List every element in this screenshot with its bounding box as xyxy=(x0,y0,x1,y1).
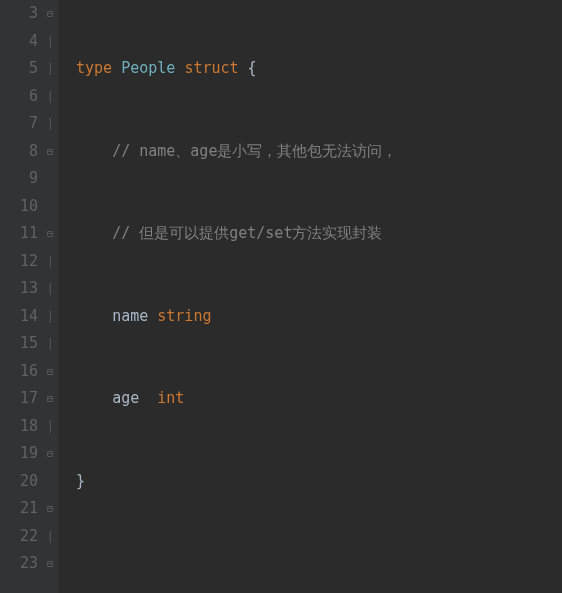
code-line: // name、age是小写，其他包无法访问， xyxy=(76,138,562,166)
fold-open-icon[interactable]: ⊟ xyxy=(44,220,56,248)
fold-guide-icon: │ xyxy=(44,28,56,56)
fold-guide-icon: │ xyxy=(44,303,56,331)
fold-guide-icon: │ xyxy=(44,523,56,551)
code-line: // 但是可以提供get/set方法实现封装 xyxy=(76,220,562,248)
line-number: 8 xyxy=(0,138,38,166)
line-number: 7 xyxy=(0,110,38,138)
fold-close-icon[interactable]: ⊟ xyxy=(44,138,56,166)
line-number: 3 xyxy=(0,0,38,28)
line-number: 20 xyxy=(0,468,38,496)
line-number: 16 xyxy=(0,358,38,386)
fold-guide-icon: │ xyxy=(44,275,56,303)
line-number: 17 xyxy=(0,385,38,413)
line-number: 15 xyxy=(0,330,38,358)
code-content[interactable]: type People struct { // name、age是小写，其他包无… xyxy=(58,0,562,593)
fold-guide-icon: │ xyxy=(44,110,56,138)
fold-column: ⊟ │ │ │ │ ⊟ ⊟ │ │ │ │ ⊟ ⊟ │ ⊟ ⊟ │ ⊟ xyxy=(44,0,56,578)
line-number: 21 xyxy=(0,495,38,523)
line-number: 14 xyxy=(0,303,38,331)
fold-guide-icon: │ xyxy=(44,413,56,441)
line-number: 18 xyxy=(0,413,38,441)
code-editor[interactable]: 3 4 5 6 7 8 9 10 11 12 13 14 15 16 17 18… xyxy=(0,0,562,593)
line-number: 11 xyxy=(0,220,38,248)
line-number: 19 xyxy=(0,440,38,468)
line-number: 6 xyxy=(0,83,38,111)
fold-open-icon[interactable]: ⊟ xyxy=(44,0,56,28)
fold-close-icon[interactable]: ⊟ xyxy=(44,550,56,578)
line-number: 22 xyxy=(0,523,38,551)
fold-close-icon[interactable]: ⊟ xyxy=(44,358,56,386)
code-line: name string xyxy=(76,303,562,331)
fold-guide-icon: │ xyxy=(44,55,56,83)
fold-guide-icon: │ xyxy=(44,248,56,276)
line-number: 10 xyxy=(0,193,38,221)
line-number: 4 xyxy=(0,28,38,56)
code-line: type People struct { xyxy=(76,55,562,83)
fold-guide-icon: │ xyxy=(44,330,56,358)
code-line: } xyxy=(76,468,562,496)
line-number: 13 xyxy=(0,275,38,303)
code-line xyxy=(76,550,562,578)
gutter: 3 4 5 6 7 8 9 10 11 12 13 14 15 16 17 18… xyxy=(0,0,58,593)
line-number: 5 xyxy=(0,55,38,83)
line-number: 9 xyxy=(0,165,38,193)
line-number: 12 xyxy=(0,248,38,276)
fold-open-icon[interactable]: ⊟ xyxy=(44,495,56,523)
fold-guide-icon: │ xyxy=(44,83,56,111)
fold-close-icon[interactable]: ⊟ xyxy=(44,440,56,468)
line-number: 23 xyxy=(0,550,38,578)
fold-open-icon[interactable]: ⊟ xyxy=(44,385,56,413)
code-line: age int xyxy=(76,385,562,413)
